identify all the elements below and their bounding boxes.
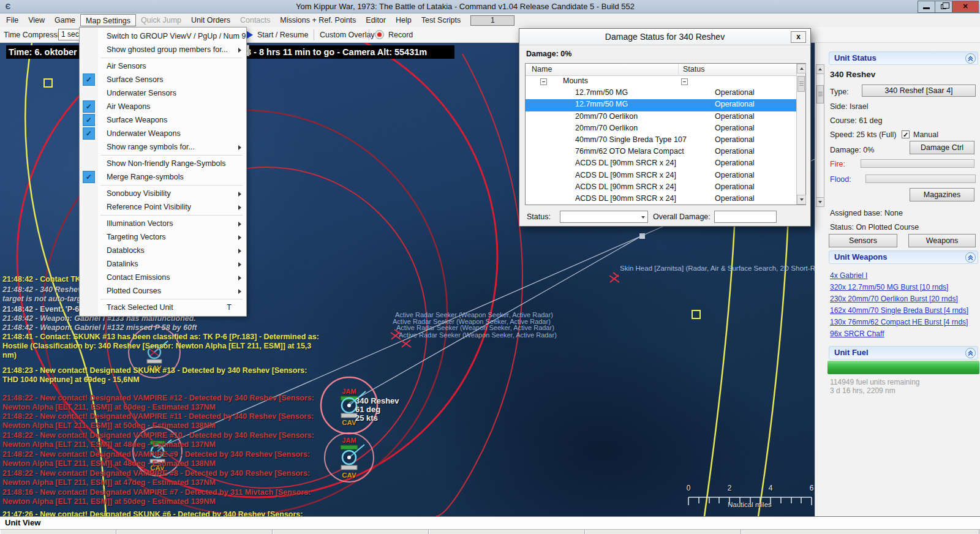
menu-item-sonobuoy-visibility[interactable]: Sonobuoy Visibility <box>80 187 246 200</box>
scroll-up-icon[interactable] <box>816 65 824 74</box>
unit-fuel-panel-header[interactable]: Unit Fuel <box>829 346 978 359</box>
unit-type-button[interactable]: 340 Reshef [Saar 4] <box>862 85 976 97</box>
unit-side: Side: Israel <box>830 102 869 111</box>
menu-item-underwater-weapons[interactable]: Underwater Weapons <box>80 127 246 140</box>
menu-unit-orders[interactable]: Unit Orders <box>186 14 235 26</box>
custom-overlay-button[interactable]: Custom Overlay <box>320 31 375 39</box>
manual-speed-checkbox[interactable] <box>902 130 910 138</box>
scroll-down-icon[interactable] <box>816 197 824 206</box>
table-header[interactable]: Name Status <box>526 64 797 76</box>
table-scrollbar[interactable] <box>796 64 805 205</box>
menu-separator <box>100 185 243 186</box>
collapse-icon[interactable] <box>681 78 688 85</box>
menu-item-illumination-vectors[interactable]: Illumination Vectors <box>80 217 246 230</box>
unknown-contact-icon[interactable] <box>692 310 700 318</box>
menu-missions-ref-points[interactable]: Missions + Ref. Points <box>275 14 361 26</box>
column-status[interactable]: Status <box>683 65 704 73</box>
collapse-chevron-icon[interactable] <box>965 53 976 64</box>
menu-item-underwater-sensors[interactable]: Underwater Sensors <box>80 86 246 100</box>
collapse-icon[interactable] <box>540 78 547 85</box>
panel-scrollbar[interactable] <box>816 64 824 207</box>
fuel-gauge <box>827 361 979 374</box>
scroll-up-icon[interactable] <box>797 64 806 73</box>
damage-ctrl-button[interactable]: Damage Ctrl <box>910 141 974 154</box>
datablock-name: 340 Reshev <box>355 397 399 405</box>
checked-icon <box>83 73 95 86</box>
hostile-contact-icon[interactable] <box>609 273 619 282</box>
table-row[interactable]: 40mm/70 Single Breda Type 107Operational <box>526 135 797 146</box>
table-row[interactable]: ACDS DL [90mm SRCR x 24]Operational <box>526 182 797 194</box>
submenu-arrow-icon <box>238 222 241 227</box>
weapon-link[interactable]: 96x SRCR Chaff <box>830 329 884 338</box>
menu-item-datablocks[interactable]: Datablocks <box>80 244 246 257</box>
menu-item-switch-to-group-view[interactable]: Switch to GROUP ViewV / PgUp / Num 9 <box>80 29 246 43</box>
collapse-chevron-icon[interactable] <box>965 348 976 358</box>
menu-contacts: Contacts <box>235 14 275 26</box>
checked-icon <box>83 127 95 140</box>
close-button[interactable]: ✕ <box>952 1 979 13</box>
weapon-link[interactable]: 320x 12.7mm/50 MG Burst [10 rnds] <box>830 283 948 291</box>
menu-item-show-range-symbols[interactable]: Show range symbols for... <box>80 140 246 154</box>
table-row[interactable]: 76mm/62 OTO Melara CompactOperational <box>526 146 797 158</box>
menu-item-show-nonfriendly-range-symbols[interactable]: Show Non-friendly Range-Symbols <box>80 157 246 170</box>
menu-item-air-weapons[interactable]: Air Weapons <box>80 100 246 113</box>
weapon-link[interactable]: 230x 20mm/70 Oerlikon Burst [20 rnds] <box>830 295 958 303</box>
scrollbar-thumb[interactable] <box>816 85 824 103</box>
menu-item-contact-emissions[interactable]: Contact Emissions <box>80 271 246 284</box>
menu-item-reference-point-visibility[interactable]: Reference Point Visibility <box>80 200 246 214</box>
weapons-button[interactable]: Weapons <box>908 234 976 247</box>
menu-game[interactable]: Game <box>50 14 80 26</box>
sensors-button[interactable]: Sensors <box>829 234 897 247</box>
table-row-selected[interactable]: 12.7mm/50 MGOperational <box>526 99 797 111</box>
scroll-down-icon[interactable] <box>797 195 806 205</box>
table-row[interactable]: ACDS DL [90mm SRCR x 24]Operational <box>526 158 797 170</box>
unit-status-panel-header[interactable]: Unit Status <box>829 51 978 65</box>
overall-damage-label: Overall Damage: <box>653 212 710 221</box>
overall-damage-field[interactable] <box>714 211 777 223</box>
assigned-base: Assigned base: None <box>830 209 903 217</box>
start-resume-button[interactable]: Start / Resume <box>257 31 308 39</box>
restore-button[interactable] <box>935 1 952 13</box>
table-row[interactable]: 20mm/70 OerlikonOperational <box>526 111 797 123</box>
weapon-link[interactable]: 4x Gabriel I <box>830 271 867 280</box>
status-combo[interactable] <box>560 211 648 223</box>
log-entry: 21:48:22 - New contact! Designated VAMPI… <box>2 431 272 449</box>
menu-view[interactable]: View <box>23 14 50 26</box>
unit-weapons-panel-header[interactable]: Unit Weapons <box>829 250 978 264</box>
menu-item-show-ghosted-group-members[interactable]: Show ghosted group members for... <box>80 43 246 56</box>
weapon-link[interactable]: 162x 40mm/70 Single Breda Burst [4 rnds] <box>830 306 968 315</box>
column-name[interactable]: Name <box>532 65 552 73</box>
table-row-group[interactable]: Mounts <box>526 76 797 88</box>
table-row[interactable]: 12.7mm/50 MGOperational <box>526 88 797 99</box>
menu-item-track-selected-unit[interactable]: Track Selected UnitT <box>80 301 246 314</box>
menu-editor[interactable]: Editor <box>361 14 391 26</box>
menu-map-settings[interactable]: Map Settings <box>80 14 136 26</box>
menu-item-air-sensors[interactable]: Air Sensors <box>80 59 246 73</box>
collapse-chevron-icon[interactable] <box>965 252 976 263</box>
menu-item-datalinks[interactable]: Datalinks <box>80 257 246 271</box>
unknown-contact-icon[interactable] <box>44 79 52 87</box>
menu-item-targeting-vectors[interactable]: Targeting Vectors <box>80 230 246 244</box>
menu-test-scripts[interactable]: Test Scripts <box>417 14 466 26</box>
minimize-button[interactable] <box>918 1 935 13</box>
menu-item-merge-range-symbols[interactable]: Merge Range-symbols <box>80 170 246 184</box>
test-scripts-value-box[interactable]: 1 <box>470 15 514 26</box>
status-label: Status: <box>527 212 551 221</box>
table-row[interactable]: ACDS DL [90mm SRCR x 24]Operational <box>526 194 797 205</box>
menu-separator <box>100 155 243 156</box>
menu-item-surface-sensors[interactable]: Surface Sensors <box>80 73 246 86</box>
table-row[interactable]: 20mm/70 OerlikonOperational <box>526 123 797 135</box>
menu-item-surface-weapons[interactable]: Surface Weapons <box>80 113 246 127</box>
menu-bar: File View Game Map Settings Quick Jump U… <box>0 13 980 27</box>
magazines-button[interactable]: Magazines <box>910 188 974 201</box>
table-row[interactable]: ACDS DL [90mm SRCR x 24]Operational <box>526 170 797 182</box>
hostile-contact-icon[interactable] <box>401 340 411 347</box>
scrollbar-thumb[interactable] <box>797 76 805 92</box>
dialog-close-button[interactable]: x <box>791 31 806 43</box>
menu-file[interactable]: File <box>1 14 23 26</box>
menu-help[interactable]: Help <box>391 14 417 26</box>
target-point-marker[interactable] <box>639 233 645 239</box>
record-button[interactable]: Record <box>388 31 413 39</box>
menu-item-plotted-courses[interactable]: Plotted Courses <box>80 284 246 298</box>
weapon-link[interactable]: 130x 76mm/62 Compact HE Burst [4 rnds] <box>830 318 968 326</box>
